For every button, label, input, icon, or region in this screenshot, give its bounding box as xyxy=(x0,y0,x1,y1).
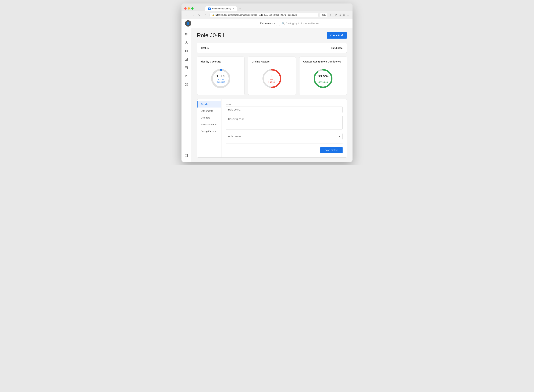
active-tab[interactable]: A Autonomous Identity ✕ xyxy=(205,6,237,11)
sidebar-item-flag[interactable] xyxy=(183,73,190,79)
driving-factors-value: 1 xyxy=(266,74,278,78)
minimize-button[interactable] xyxy=(188,7,190,9)
identity-coverage-card: Identity Coverage 1.0% of 5.2k Identitie… xyxy=(197,56,245,95)
page-title: Role J0-R1 xyxy=(197,32,225,39)
back-button[interactable]: ← xyxy=(184,13,189,18)
driving-factors-card: Driving Factors 1 Driving Factors xyxy=(248,56,296,95)
avg-confidence-card: Average Assignment Confidence 88.5% 1 En… xyxy=(299,56,347,95)
save-details-button[interactable]: Save Details xyxy=(320,147,343,153)
driving-factors-title: Driving Factors xyxy=(252,60,270,63)
search-placeholder: Start typing to find an entitlement... xyxy=(286,22,321,25)
tab-favicon: A xyxy=(208,8,211,10)
role-owner-field-group: Role Owner xyxy=(226,133,343,140)
history-icon[interactable]: ≡ xyxy=(343,13,345,17)
sidebar-item-table[interactable] xyxy=(183,64,190,71)
sidebar-item-settings[interactable] xyxy=(183,81,190,88)
details-section: Details Entitlements Members Access Patt… xyxy=(197,99,347,158)
close-button[interactable] xyxy=(184,7,186,9)
description-textarea[interactable] xyxy=(226,116,343,130)
svg-rect-11 xyxy=(185,154,188,157)
top-navigation: 👤 Entitlements ▾ 🔍 Start typing to find … xyxy=(181,19,353,28)
status-value: Candidate xyxy=(331,47,343,49)
bookmark-icon[interactable]: ☆ xyxy=(329,13,332,17)
name-label: Name xyxy=(226,103,343,106)
avg-confidence-subtitle: 1 Entitlement xyxy=(317,78,329,83)
sidebar-item-panel[interactable] xyxy=(183,152,190,159)
details-nav-driving-factors[interactable]: Driving Factors xyxy=(197,128,221,135)
reload-button[interactable]: ↻ xyxy=(197,13,202,18)
avg-confidence-value: 88.5% xyxy=(317,74,329,78)
shield-icon: 🛡 xyxy=(334,13,338,17)
svg-rect-4 xyxy=(186,51,187,52)
forward-button[interactable]: → xyxy=(190,13,195,18)
home-button[interactable]: ⌂ xyxy=(203,13,208,18)
search-icon: 🔍 xyxy=(282,22,285,25)
role-owner-select[interactable]: Role Owner xyxy=(226,133,343,140)
avg-confidence-title: Average Assignment Confidence xyxy=(303,60,341,63)
url-text: https://autoid-ui.forgerock.com/roles/24… xyxy=(215,14,297,16)
download-icon[interactable]: ⬇ xyxy=(338,13,342,17)
svg-rect-1 xyxy=(185,50,186,51)
details-nav-entitlements[interactable]: Entitlements xyxy=(197,107,221,114)
create-draft-button[interactable]: Create Draft xyxy=(327,32,347,39)
details-nav: Details Entitlements Members Access Patt… xyxy=(197,99,222,157)
name-field-group: Name xyxy=(226,103,343,113)
details-content: Name Role Owner Save Details xyxy=(222,99,347,157)
sidebar-item-tasks[interactable] xyxy=(183,56,190,63)
address-bar[interactable]: 🔒 https://autoid-ui.forgerock.com/roles/… xyxy=(209,13,319,17)
tab-close-button[interactable]: ✕ xyxy=(232,8,234,10)
svg-point-10 xyxy=(186,84,187,85)
zoom-level: 90% xyxy=(320,13,327,17)
status-card: Status Candidate xyxy=(197,43,347,53)
svg-rect-2 xyxy=(186,50,187,51)
new-tab-button[interactable]: + xyxy=(237,6,243,11)
identity-coverage-value: 1.0% xyxy=(215,74,226,78)
details-nav-members[interactable]: Members xyxy=(197,114,221,121)
page-header: Role J0-R1 Create Draft xyxy=(197,32,347,39)
stats-row: Identity Coverage 1.0% of 5.2k Identitie… xyxy=(197,56,347,95)
identity-coverage-chart: 1.0% of 5.2k Identities xyxy=(209,67,232,90)
identity-coverage-title: Identity Coverage xyxy=(200,60,221,63)
details-nav-access-patterns[interactable]: Access Patterns xyxy=(197,121,221,128)
status-label: Status xyxy=(201,47,209,49)
driving-factors-chart: 1 Driving Factors xyxy=(260,67,283,90)
sidebar-item-users[interactable] xyxy=(183,39,190,46)
sidebar-item-grid[interactable]: ⊞ xyxy=(183,31,190,38)
entitlements-label: Entitlements xyxy=(260,22,273,25)
name-input[interactable] xyxy=(226,106,343,113)
maximize-button[interactable] xyxy=(191,7,194,9)
sidebar-item-apps[interactable] xyxy=(183,47,190,54)
search-bar[interactable]: 🔍 Start typing to find an entitlement... xyxy=(279,21,349,26)
details-nav-details[interactable]: Details xyxy=(197,101,221,107)
identity-coverage-subtitle: of 5.2k Identities xyxy=(215,78,226,83)
dropdown-chevron-icon: ▾ xyxy=(274,22,275,25)
lock-icon: 🔒 xyxy=(212,14,214,16)
svg-rect-3 xyxy=(185,51,186,52)
avg-confidence-chart: 88.5% 1 Entitlement xyxy=(312,67,334,90)
form-divider xyxy=(226,143,343,144)
main-content: Role J0-R1 Create Draft Status Candidate… xyxy=(191,28,353,162)
user-avatar[interactable]: 👤 xyxy=(185,20,191,27)
tab-title: Autonomous Identity xyxy=(212,8,231,10)
svg-rect-6 xyxy=(185,66,188,69)
sidebar: ⊞ xyxy=(181,28,191,162)
description-field-group xyxy=(226,116,343,130)
menu-icon[interactable]: ☰ xyxy=(346,13,350,17)
driving-factors-subtitle: Driving Factors xyxy=(266,78,278,83)
entitlements-dropdown[interactable]: Entitlements ▾ xyxy=(258,21,277,26)
svg-point-0 xyxy=(186,42,187,42)
